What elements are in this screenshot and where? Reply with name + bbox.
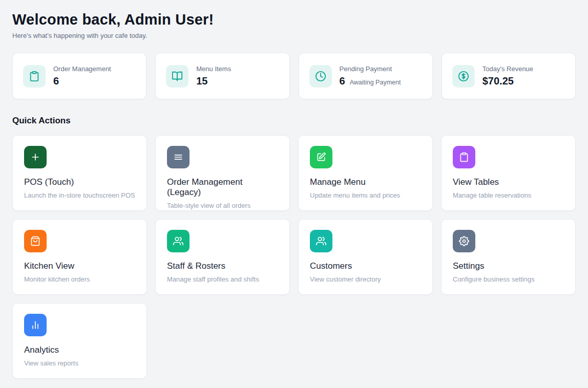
- stat-suffix: Awaiting Payment: [350, 79, 401, 86]
- action-title: Kitchen View: [24, 261, 135, 271]
- gear-icon: [453, 230, 475, 252]
- stat-label: Menu Items: [196, 65, 231, 73]
- action-title: Settings: [453, 261, 564, 271]
- clock-icon: [309, 65, 332, 88]
- stat-value: 6: [53, 75, 59, 87]
- stat-label: Order Management: [53, 65, 111, 73]
- shopping-bag-icon: [24, 230, 47, 252]
- action-title: Staff & Rosters: [167, 261, 278, 271]
- action-card-customers[interactable]: Customers View customer directory: [298, 219, 433, 295]
- stat-value: $70.25: [482, 75, 514, 87]
- action-title: View Tables: [453, 177, 564, 187]
- action-subtitle: Manage staff profiles and shifts: [167, 275, 278, 283]
- users-icon: [310, 230, 332, 252]
- page-header: Welcome back, Admin User! Here's what's …: [12, 11, 576, 39]
- action-card-staff-rosters[interactable]: Staff & Rosters Manage staff profiles an…: [155, 219, 290, 295]
- clipboard-icon: [23, 65, 46, 88]
- action-subtitle: Manage table reservations: [453, 191, 564, 199]
- list-icon: [167, 146, 190, 168]
- action-card-analytics[interactable]: Analytics View sales reports: [12, 303, 147, 379]
- page-title: Welcome back, Admin User!: [12, 11, 576, 28]
- action-subtitle: View customer directory: [310, 275, 421, 283]
- stat-label: Today's Revenue: [482, 65, 533, 73]
- action-card-manage-menu[interactable]: Manage Menu Update menu items and prices: [298, 135, 433, 211]
- action-title: POS (Touch): [24, 177, 135, 187]
- action-subtitle: Monitor kitchen orders: [24, 275, 135, 283]
- action-card-view-tables[interactable]: View Tables Manage table reservations: [441, 135, 576, 211]
- dollar-circle-icon: [452, 65, 475, 88]
- action-title: Customers: [310, 261, 421, 271]
- page-subtitle: Here's what's happening with your cafe t…: [12, 32, 576, 39]
- action-card-kitchen-view[interactable]: Kitchen View Monitor kitchen orders: [12, 219, 147, 295]
- quick-actions-heading: Quick Actions: [12, 116, 576, 126]
- stats-row: Order Management 6 Menu Items 15 Pending…: [12, 53, 576, 99]
- stat-card-menu-items: Menu Items 15: [155, 53, 289, 99]
- stat-value: 6: [340, 75, 345, 87]
- action-subtitle: Launch the in-store touchscreen POS: [24, 191, 135, 199]
- stat-card-todays-revenue: Today's Revenue $70.25: [442, 53, 576, 99]
- bar-chart-icon: [24, 314, 47, 336]
- action-subtitle: View sales reports: [24, 359, 135, 367]
- edit-icon: [310, 146, 332, 168]
- book-open-icon: [166, 65, 188, 88]
- plus-icon: [24, 146, 47, 168]
- quick-actions-grid: POS (Touch) Launch the in-store touchscr…: [12, 135, 576, 379]
- stat-card-pending-payment: Pending Payment 6 Awaiting Payment: [299, 53, 433, 99]
- action-card-settings[interactable]: Settings Configure business settings: [441, 219, 576, 295]
- users-icon: [167, 230, 190, 252]
- action-subtitle: Configure business settings: [453, 275, 564, 283]
- action-card-pos-touch[interactable]: POS (Touch) Launch the in-store touchscr…: [12, 135, 147, 211]
- action-subtitle: Table-style view of all orders: [167, 202, 278, 209]
- clipboard-icon: [453, 146, 475, 168]
- action-title: Manage Menu: [310, 177, 421, 187]
- action-subtitle: Update menu items and prices: [310, 191, 421, 199]
- action-title: Analytics: [24, 345, 135, 355]
- stat-value: 15: [196, 75, 207, 87]
- action-card-order-management-legacy[interactable]: Order Management (Legacy) Table-style vi…: [155, 135, 290, 211]
- stat-card-order-management: Order Management 6: [12, 53, 146, 99]
- action-title: Order Management (Legacy): [167, 177, 278, 198]
- stat-label: Pending Payment: [340, 65, 401, 73]
